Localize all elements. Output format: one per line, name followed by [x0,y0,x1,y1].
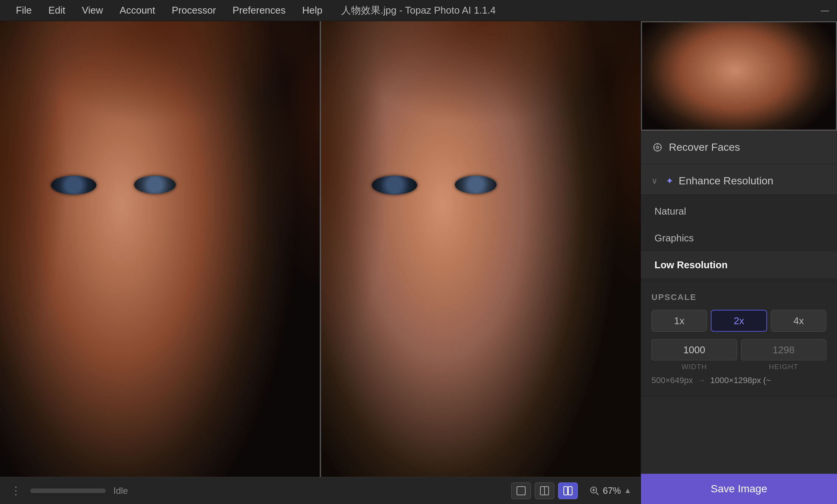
progress-bar [30,489,106,493]
view-split-h-button[interactable] [535,482,554,499]
menu-processor[interactable]: Processor [164,0,224,21]
width-input-group: WIDTH [651,339,737,371]
svg-rect-3 [564,487,568,495]
view-single-button[interactable] [511,482,531,499]
thumbnail-border [641,21,837,131]
height-input[interactable] [741,339,827,360]
view-controls [511,482,578,499]
status-label: Idle [113,485,128,496]
skin-overlay-right [321,21,641,504]
bottom-toolbar: ⋮ Idle [0,477,641,504]
eye-left [51,176,96,195]
minimize-button[interactable]: — [820,6,829,15]
model-list: Natural Graphics Low Resolution [641,195,837,282]
menu-file[interactable]: File [8,0,40,21]
right-panel: Recover Faces ∨ ✦ Enhance Resolution Nat… [641,21,837,504]
recover-faces-section[interactable]: Recover Faces [641,131,837,164]
zoom-icon [589,485,600,496]
panel-content: Recover Faces ∨ ✦ Enhance Resolution Nat… [641,131,837,474]
upscale-section: UPSCALE 1x 2x 4x WIDTH HEIGHT [641,282,837,396]
enhance-resolution-section[interactable]: ∨ ✦ Enhance Resolution [641,164,837,195]
model-natural[interactable]: Natural [641,198,837,225]
height-input-group: HEIGHT [741,339,827,371]
titlebar: File Edit View Account Processor Prefere… [0,0,837,21]
upscale-buttons: 1x 2x 4x [651,310,826,332]
zoom-expand-icon[interactable]: ▲ [624,486,631,495]
image-area: ⋮ Idle [0,21,641,504]
thumbnail-container [641,21,837,131]
enhance-resolution-title: Enhance Resolution [679,175,774,187]
model-low-resolution[interactable]: Low Resolution [641,252,837,278]
skin-overlay-left [0,21,320,504]
resolution-info: 500×649px → 1000×1298px (~ [651,376,826,385]
menubar: File Edit View Account Processor Prefere… [0,0,331,21]
zoom-control: 67% ▲ [589,485,631,496]
model-graphics[interactable]: Graphics [641,225,837,252]
svg-rect-0 [517,487,525,495]
upscale-label: UPSCALE [651,292,826,302]
recover-faces-title: Recover Faces [669,141,740,153]
svg-rect-4 [568,487,572,495]
resolution-before: 500×649px [651,376,693,385]
svg-line-6 [596,492,599,495]
save-image-button[interactable]: Save Image [641,474,837,504]
window-title: 人物效果.jpg - Topaz Photo AI 1.1.4 [341,4,496,17]
width-input[interactable] [651,339,737,360]
eye-right-left-panel [134,176,176,194]
right-image-panel [321,21,641,504]
upscale-4x-button[interactable]: 4x [771,310,826,332]
eye-right-right-panel [455,176,497,194]
zoom-level: 67% [603,485,621,496]
left-image-panel [0,21,321,504]
window-controls: — [820,6,829,15]
upscale-2x-button[interactable]: 2x [711,310,767,332]
recover-faces-icon [651,141,664,153]
eye-left-right-panel [372,176,417,195]
resolution-arrow-icon: → [698,376,708,385]
before-image [0,21,320,504]
after-image [321,21,641,504]
view-split-v-button[interactable] [558,482,578,499]
main-layout: ⋮ Idle [0,21,837,504]
menu-edit[interactable]: Edit [40,0,74,21]
menu-help[interactable]: Help [294,0,331,21]
enhance-res-sparkle-icon: ✦ [666,176,673,186]
toolbar-menu-dots[interactable]: ⋮ [9,484,23,498]
menu-preferences[interactable]: Preferences [224,0,294,21]
height-label: HEIGHT [741,363,827,371]
svg-point-10 [656,146,659,148]
enhance-res-chevron: ∨ [651,176,658,186]
menu-account[interactable]: Account [111,0,164,21]
dimension-inputs: WIDTH HEIGHT [651,339,826,371]
menu-view[interactable]: View [74,0,111,21]
resolution-after: 1000×1298px (~ [710,376,771,385]
upscale-1x-button[interactable]: 1x [651,310,707,332]
width-label: WIDTH [651,363,737,371]
